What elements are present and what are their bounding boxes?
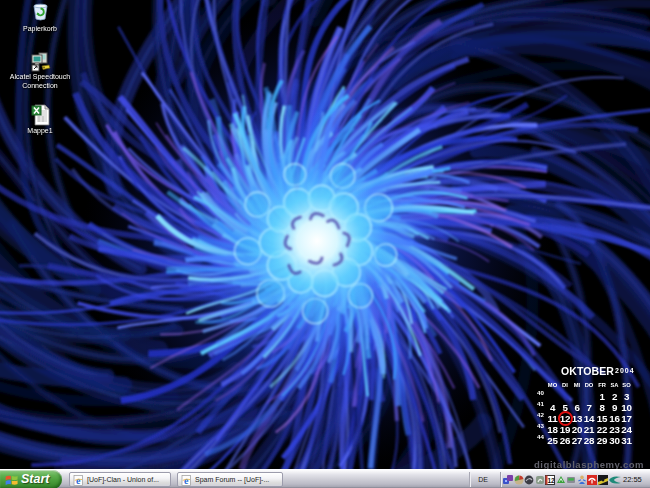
svg-text:12: 12 xyxy=(547,476,555,483)
svg-text:e: e xyxy=(184,475,189,486)
svg-text:e: e xyxy=(76,475,81,486)
